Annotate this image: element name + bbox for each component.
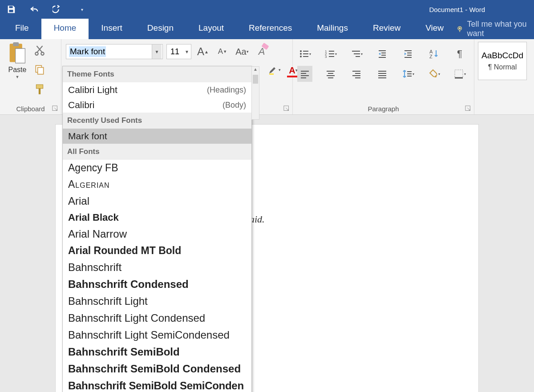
font-option-label: Arial Narrow	[68, 228, 127, 240]
font-option[interactable]: Bahnschrift	[63, 259, 251, 276]
group-clipboard: Paste ▼ Clipboard	[0, 39, 61, 114]
line-spacing-button[interactable]: ▾	[400, 66, 416, 82]
tell-me-label: Tell me what you want	[467, 20, 531, 38]
font-option-label: Bahnschrift SemiBold SemiConden	[68, 380, 244, 392]
save-icon[interactable]	[6, 4, 16, 14]
quick-access-toolbar: ▾	[0, 4, 83, 14]
tab-file[interactable]: File	[3, 19, 41, 39]
tab-references[interactable]: References	[236, 19, 304, 39]
svg-rect-13	[36, 85, 43, 89]
font-option-label: Bahnschrift Light SemiCondensed	[68, 329, 230, 341]
clear-formatting-button[interactable]: A	[254, 44, 270, 60]
cut-icon[interactable]	[34, 44, 45, 58]
shrink-font-button[interactable]: A▼	[214, 44, 231, 60]
font-option-calibri[interactable]: Calibri (Body)	[63, 97, 251, 113]
font-option-label: Bahnschrift Condensed	[68, 278, 189, 291]
decrease-indent-button[interactable]	[375, 46, 390, 62]
redo-icon[interactable]	[53, 4, 62, 14]
tab-view[interactable]: View	[413, 19, 456, 39]
font-option-suffix: (Headings)	[207, 85, 246, 95]
tab-design[interactable]: Design	[135, 19, 186, 39]
clipboard-dialog-launcher-icon[interactable]	[52, 105, 58, 112]
font-option[interactable]: Arial	[63, 193, 251, 210]
svg-rect-62	[455, 70, 463, 78]
sort-button[interactable]: AZ	[426, 46, 441, 62]
paragraph-dialog-launcher-icon[interactable]	[465, 105, 471, 112]
show-hide-paragraph-button[interactable]: ¶	[452, 46, 467, 62]
align-left-button[interactable]	[297, 66, 312, 82]
font-option[interactable]: Arial Black	[63, 210, 251, 226]
group-clipboard-label: Clipboard	[4, 103, 57, 113]
font-option-label: Bahnschrift SemiBold	[68, 346, 180, 358]
font-option-mark-font[interactable]: Mark font	[63, 129, 251, 144]
copy-icon[interactable]	[34, 64, 45, 77]
svg-point-9	[35, 52, 38, 55]
borders-button[interactable]: ▾	[452, 66, 467, 82]
font-option[interactable]: Algerian	[63, 176, 251, 193]
font-dialog-launcher-icon[interactable]	[283, 105, 290, 112]
font-option-suffix: (Body)	[222, 101, 246, 110]
multilevel-list-button[interactable]: ▾	[349, 46, 364, 62]
font-option-label: Mark font	[68, 131, 107, 141]
svg-text:Z: Z	[429, 54, 433, 59]
svg-point-20	[300, 56, 302, 57]
font-name-combobox[interactable]: Mark font ▼	[66, 44, 163, 59]
justify-button[interactable]	[375, 66, 390, 82]
style-preview: AaBbCcDd	[481, 51, 523, 61]
dropdown-scrollbar[interactable]	[251, 66, 259, 120]
tab-insert[interactable]: Insert	[89, 19, 135, 39]
text-highlight-button[interactable]: ▾	[268, 62, 281, 78]
tab-mailings[interactable]: Mailings	[304, 19, 360, 39]
change-case-button[interactable]: Aa▾	[234, 44, 250, 60]
font-option-calibri-light[interactable]: Calibri Light (Headings)	[63, 82, 251, 97]
font-option[interactable]: Bahnschrift SemiBold SemiConden	[63, 377, 251, 392]
font-size-value: 11	[170, 47, 179, 57]
tell-me-search[interactable]: Tell me what you want	[456, 19, 534, 39]
font-name-value: Mark font	[69, 46, 106, 57]
shading-button[interactable]: ▾	[426, 66, 441, 82]
font-option-label: Bahnschrift Light	[68, 295, 148, 307]
style-normal[interactable]: AaBbCcDd ¶ Normal	[478, 42, 527, 80]
font-name-dropdown-icon[interactable]: ▼	[152, 44, 162, 59]
qat-customize-icon[interactable]: ▾	[81, 7, 83, 12]
tab-layout[interactable]: Layout	[186, 19, 236, 39]
paste-button[interactable]: Paste ▼	[4, 42, 30, 103]
style-name: ¶ Normal	[488, 63, 517, 71]
font-option-label: Calibri	[68, 100, 95, 110]
bullets-button[interactable]: ▾	[297, 46, 312, 62]
svg-rect-0	[9, 6, 12, 8]
svg-rect-8	[16, 48, 25, 63]
font-option[interactable]: Bahnschrift Light Condensed	[63, 310, 251, 327]
svg-text:3: 3	[325, 55, 327, 59]
paste-label: Paste	[8, 66, 27, 74]
tab-home[interactable]: Home	[41, 19, 89, 39]
paste-menu-icon[interactable]: ▼	[16, 75, 20, 79]
svg-rect-16	[269, 73, 274, 75]
font-option[interactable]: Arial Narrow	[63, 226, 251, 242]
svg-rect-14	[39, 89, 40, 94]
font-option[interactable]: Bahnschrift SemiBold	[63, 344, 251, 360]
font-size-combobox[interactable]: 11 ▼	[166, 44, 191, 59]
tab-review[interactable]: Review	[360, 19, 413, 39]
numbering-button[interactable]: 123▾	[323, 46, 338, 62]
font-option[interactable]: Bahnschrift Light SemiCondensed	[63, 327, 251, 344]
grow-font-button[interactable]: A▲	[195, 44, 211, 60]
align-right-button[interactable]	[349, 66, 364, 82]
svg-point-18	[300, 50, 302, 52]
font-option[interactable]: Arial Rounded MT Bold	[63, 242, 251, 259]
undo-icon[interactable]	[29, 4, 39, 14]
font-option[interactable]: Bahnschrift Condensed	[63, 276, 251, 293]
increase-indent-button[interactable]	[400, 46, 416, 62]
font-option[interactable]: Bahnschrift SemiBold Condensed	[63, 360, 251, 377]
svg-point-4	[459, 28, 461, 29]
theme-fonts-header: Theme Fonts	[63, 66, 251, 82]
svg-rect-12	[38, 68, 44, 74]
font-size-dropdown-icon[interactable]: ▼	[183, 44, 191, 59]
font-option-label: Agency FB	[68, 162, 118, 174]
font-option[interactable]: Agency FB	[63, 160, 251, 176]
font-option[interactable]: Bahnschrift Light	[63, 293, 251, 310]
align-center-button[interactable]	[323, 66, 338, 82]
font-option-label: Algerian	[68, 178, 110, 190]
format-painter-icon[interactable]	[34, 84, 45, 97]
font-option-label: Arial Black	[68, 212, 119, 223]
